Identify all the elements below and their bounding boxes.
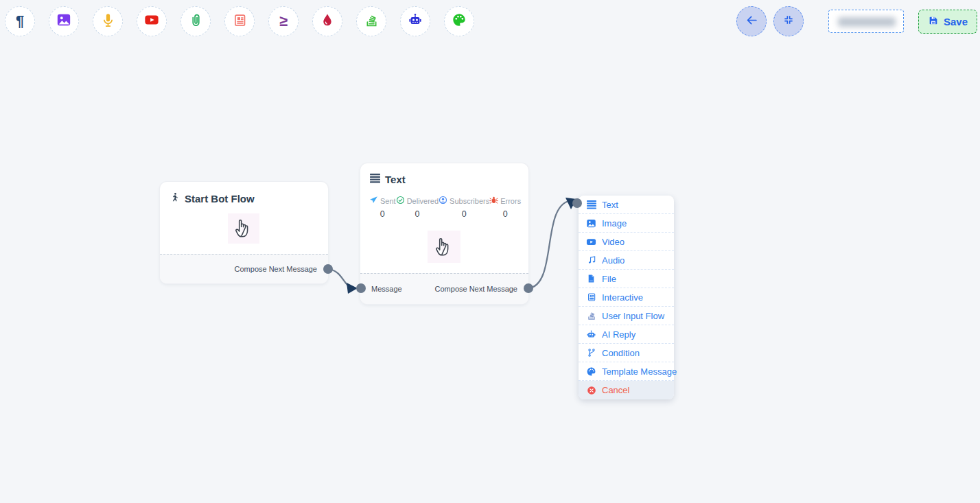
menu-item-template-message[interactable]: Template Message	[579, 362, 674, 381]
toolbar-button-drip[interactable]	[312, 6, 342, 36]
stat-subscribers: Subscribers 0	[439, 196, 489, 219]
edge-arrowhead-icon	[565, 198, 576, 209]
paper-plane-icon	[369, 196, 378, 206]
toolbar-button-template-message[interactable]	[444, 6, 474, 36]
greater-equal-icon: ≥	[279, 14, 288, 29]
menu-item-user-input-flow[interactable]: User Input Flow	[579, 307, 674, 325]
paperclip-icon	[189, 13, 203, 30]
template-message-icon	[586, 366, 596, 377]
start-node-header: Start Bot Flow	[160, 182, 328, 204]
toolbar-button-user-input-flow[interactable]	[356, 6, 386, 36]
node-type-toolbar: ¶ ≥	[5, 6, 474, 36]
stat-subscribers-value: 0	[462, 209, 467, 219]
flow-builder-app: { "colors": { "canvas_bg": "#f4f6f9", "a…	[0, 0, 980, 503]
menu-item-file[interactable]: File	[579, 270, 674, 288]
toolbar-button-audio[interactable]	[93, 6, 123, 36]
text-message-node[interactable]: Text Sent 0 Delivered 0 Subscribers 0	[360, 163, 528, 304]
start-bot-flow-node[interactable]: Start Bot Flow Compose Next Message	[160, 182, 328, 283]
save-button[interactable]: Save	[918, 10, 977, 34]
menu-item-cancel[interactable]: Cancel	[579, 381, 674, 399]
cancel-icon	[586, 386, 596, 395]
menu-item-label: User Input Flow	[602, 311, 664, 321]
robot-icon	[408, 12, 423, 30]
toolbar-button-file[interactable]	[180, 6, 211, 36]
redacted-flow-name	[838, 17, 896, 27]
stat-errors-value: 0	[503, 209, 508, 219]
back-button[interactable]	[736, 6, 767, 36]
pilcrow-icon: ¶	[16, 14, 24, 29]
audio-note-icon	[586, 255, 596, 265]
start-node-footer: Compose Next Message	[160, 254, 328, 283]
hand-pointer-icon	[434, 235, 454, 259]
microphone-icon	[101, 13, 115, 30]
stat-sent: Sent 0	[369, 196, 396, 219]
compose-next-message-port-label[interactable]: Compose Next Message	[235, 265, 317, 273]
edge-text-to-menu	[528, 201, 569, 288]
arrow-left-icon	[745, 14, 758, 30]
menu-item-label: Text	[602, 200, 618, 210]
compress-icon	[783, 14, 794, 28]
menu-item-label: Cancel	[602, 385, 629, 395]
save-button-label: Save	[944, 16, 968, 27]
toolbar-button-condition[interactable]: ≥	[268, 6, 299, 36]
hand-pointer-icon	[234, 216, 253, 241]
edge-start-to-text	[328, 269, 354, 288]
menu-item-label: File	[602, 274, 616, 284]
menu-item-label: Audio	[602, 255, 625, 266]
droplet-icon	[320, 13, 334, 30]
stat-subscribers-label: Subscribers	[450, 197, 489, 205]
image-icon	[586, 218, 596, 229]
toolbar-button-interactive[interactable]	[224, 6, 255, 36]
stack-icon	[364, 13, 379, 30]
toolbar-button-text[interactable]: ¶	[5, 6, 35, 36]
menu-item-image[interactable]: Image	[579, 214, 674, 233]
subscriber-icon	[439, 196, 447, 206]
header-actions: Save	[736, 6, 977, 36]
fit-view-button[interactable]	[773, 6, 804, 36]
stat-delivered-label: Delivered	[407, 197, 439, 205]
menu-item-condition[interactable]: Condition	[579, 344, 674, 362]
youtube-play-icon	[144, 12, 159, 30]
file-icon	[586, 274, 596, 283]
menu-item-ai-reply[interactable]: AI Reply	[579, 325, 674, 344]
condition-icon	[586, 348, 596, 358]
menu-item-text[interactable]: Text	[579, 196, 674, 214]
edge-arrowhead-icon	[347, 283, 358, 294]
menu-item-label: Template Message	[602, 366, 677, 377]
walking-person-icon	[170, 192, 180, 204]
flow-name-input[interactable]	[828, 10, 904, 33]
menu-item-label: Video	[602, 237, 625, 247]
newspaper-icon	[233, 13, 247, 30]
text-lines-icon	[586, 200, 596, 209]
image-icon	[56, 12, 71, 30]
toolbar-button-video[interactable]	[137, 6, 167, 36]
text-node-header: Text	[360, 163, 528, 185]
stat-sent-value: 0	[380, 209, 385, 219]
floppy-disk-icon	[928, 15, 939, 28]
add-node-context-menu: Text Image Video Audio File Interactive …	[579, 196, 674, 399]
text-node-footer: Message Compose Next Message	[360, 273, 528, 304]
video-icon	[586, 237, 596, 247]
text-node-title: Text	[385, 174, 406, 185]
stat-sent-label: Sent	[380, 197, 396, 205]
check-circle-icon	[396, 196, 405, 206]
text-lines-icon	[370, 174, 380, 185]
toolbar-button-ai-reply[interactable]	[400, 6, 430, 36]
menu-item-audio[interactable]: Audio	[579, 251, 674, 270]
compose-next-message-port-label[interactable]: Compose Next Message	[435, 285, 517, 293]
bug-icon	[489, 196, 498, 206]
menu-item-label: Image	[602, 218, 627, 229]
toolbar-button-image[interactable]	[49, 6, 79, 36]
interactive-icon	[586, 292, 596, 302]
menu-item-label: AI Reply	[602, 329, 635, 340]
user-input-flow-icon	[586, 311, 596, 320]
text-node-drag-area[interactable]	[428, 231, 460, 263]
menu-item-interactive[interactable]: Interactive	[579, 288, 674, 307]
stat-delivered-value: 0	[415, 209, 419, 219]
message-input-port-label[interactable]: Message	[371, 285, 402, 293]
start-node-drag-area[interactable]	[228, 213, 259, 244]
stat-errors: Errors 0	[489, 196, 521, 219]
ai-reply-icon	[586, 329, 596, 340]
menu-item-video[interactable]: Video	[579, 233, 674, 251]
palette-icon	[452, 12, 467, 30]
